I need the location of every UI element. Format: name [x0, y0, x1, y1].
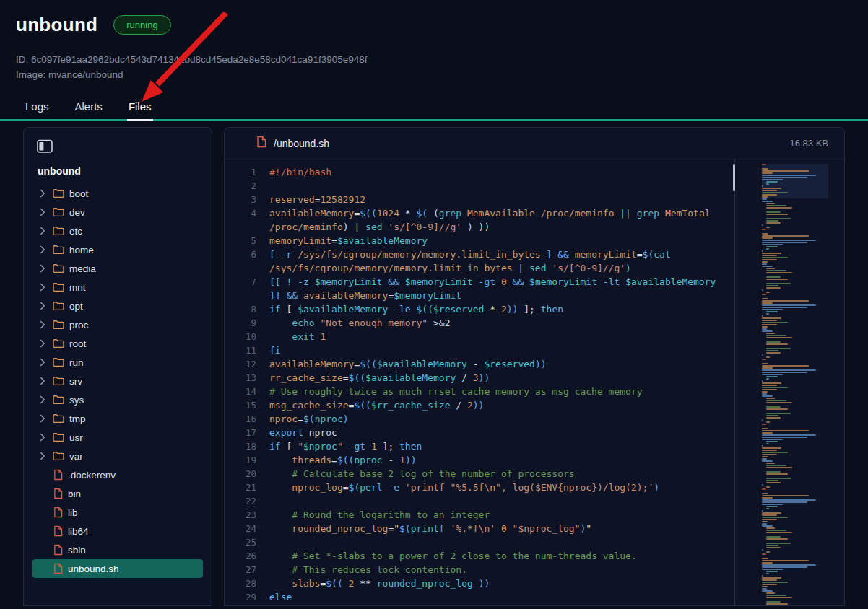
tree-folder-home[interactable]: home — [32, 240, 203, 259]
minimap[interactable] — [762, 164, 828, 605]
chevron-right-icon — [38, 320, 48, 329]
file-icon — [53, 563, 63, 574]
code-text: threads=$((nproc - 1)) — [269, 453, 724, 467]
tree-item-label: lib64 — [68, 526, 89, 537]
code-line: 19 threads=$((nproc - 1)) — [225, 453, 844, 467]
tree-folder-tmp[interactable]: tmp — [32, 409, 203, 428]
file-icon — [53, 469, 63, 481]
line-number: 22 — [225, 494, 269, 508]
tree-file-sbin[interactable]: sbin — [32, 540, 203, 559]
code-line: 26 # Set *-slabs to a power of 2 close t… — [225, 549, 844, 563]
code-line: 20 # Calculate base 2 log of the number … — [225, 467, 844, 481]
line-number: 16 — [225, 412, 269, 426]
code-editor[interactable]: 1#!/bin/bash2 3reserved=125829124availab… — [225, 159, 844, 605]
editor-scrollbar-track — [734, 159, 735, 605]
container-header: unbound running ID: 6c097fe91aa2962bdc45… — [0, 0, 868, 82]
folder-icon — [53, 226, 64, 236]
code-line: 10 exit 1 — [225, 330, 844, 343]
tree-folder-srv[interactable]: srv — [32, 372, 203, 390]
line-number: 29 — [225, 590, 269, 604]
chevron-right-icon — [38, 339, 48, 348]
code-text: fi — [269, 343, 724, 357]
line-number: 24 — [225, 522, 269, 535]
code-text: echo "Not enough memory" >&2 — [269, 316, 724, 330]
line-number: 6 — [225, 247, 269, 275]
folder-icon — [53, 413, 64, 424]
code-line: 6[ -r /sys/fs/cgroup/memory/memory.limit… — [225, 247, 844, 275]
code-line: 3reserved=12582912 — [225, 193, 844, 206]
code-text: [[ ! -z $memoryLimit && $memoryLimit -gt… — [269, 275, 724, 302]
code-text: reserved=12582912 — [269, 193, 724, 206]
tree-folder-usr[interactable]: usr — [32, 428, 203, 447]
line-number: 8 — [225, 302, 269, 316]
chevron-right-icon — [38, 377, 48, 385]
code-text — [269, 179, 724, 193]
folder-icon — [53, 432, 64, 442]
code-line: 12availableMemory=$(($availableMemory - … — [225, 357, 844, 371]
code-text: rounded_nproc_log="$(printf '%.*f\n' 0 "… — [269, 522, 724, 535]
tree-item-label: proc — [69, 320, 88, 330]
tree-folder-run[interactable]: run — [32, 353, 203, 372]
file-icon — [53, 507, 63, 518]
tree-item-label: mnt — [69, 282, 86, 293]
line-number: 12 — [225, 357, 269, 371]
page-title: unbound — [16, 14, 97, 36]
tree-folder-proc[interactable]: proc — [32, 315, 203, 334]
tree-item-label: sbin — [68, 545, 86, 556]
tree-item-label: root — [69, 338, 86, 349]
code-line: 1#!/bin/bash — [225, 165, 844, 179]
tree-folder-media[interactable]: media — [32, 259, 203, 278]
line-number: 5 — [225, 234, 269, 247]
line-number: 21 — [225, 481, 269, 494]
sidebar-collapse-icon[interactable] — [37, 139, 53, 157]
tree-file-bin[interactable]: bin — [32, 484, 203, 503]
line-number: 9 — [225, 316, 269, 330]
tree-folder-var[interactable]: var — [32, 447, 203, 465]
tree-file-unbound.sh[interactable]: unbound.sh — [32, 559, 203, 578]
tree-item-label: sys — [69, 395, 84, 406]
folder-icon — [53, 451, 64, 461]
folder-icon — [53, 357, 64, 367]
code-line: 23 # Round the logarithm to an integer — [225, 508, 844, 522]
tree-folder-dev[interactable]: dev — [32, 203, 203, 222]
code-line: 21 nproc_log=$(perl -e 'printf "%5.5f\n"… — [225, 481, 844, 494]
editor-scrollbar-thumb[interactable] — [733, 164, 735, 191]
tree-folder-mnt[interactable]: mnt — [32, 278, 203, 297]
folder-icon — [53, 188, 64, 198]
code-line: 5memoryLimit=$availableMemory — [225, 234, 844, 247]
code-text: # This reduces lock contention. — [269, 563, 724, 577]
code-text: nproc=$(nproc) — [269, 412, 724, 426]
code-text: export nproc — [269, 426, 724, 439]
code-text: nproc_log=$(perl -e 'printf "%5.5f\n", l… — [269, 481, 724, 494]
tree-folder-sys[interactable]: sys — [32, 390, 203, 409]
tree-item-label: bin — [68, 488, 81, 499]
tree-folder-etc[interactable]: etc — [32, 222, 203, 240]
tree-folder-opt[interactable]: opt — [32, 297, 203, 315]
code-text: availableMemory=$((1024 * $( (grep MemAv… — [269, 206, 724, 234]
chevron-right-icon — [38, 208, 48, 216]
tree-item-label: var — [69, 451, 83, 462]
tab-alerts[interactable]: Alerts — [74, 94, 104, 119]
file-icon — [53, 544, 63, 556]
status-badge: running — [113, 15, 170, 35]
tree-file-lib64[interactable]: lib64 — [32, 522, 203, 540]
file-icon — [53, 488, 63, 499]
chevron-right-icon — [38, 245, 48, 254]
folder-icon — [53, 338, 64, 349]
code-line: 24 rounded_nproc_log="$(printf '%.*f\n' … — [225, 522, 844, 535]
tree-item-label: boot — [69, 188, 88, 199]
code-text — [269, 535, 724, 549]
line-number: 4 — [225, 206, 269, 234]
tree-folder-boot[interactable]: boot — [32, 184, 203, 203]
chevron-right-icon — [38, 414, 48, 423]
folder-icon — [53, 245, 64, 255]
file-size: 16.83 KB — [790, 138, 829, 149]
tab-files[interactable]: Files — [127, 94, 153, 121]
tree-folder-root[interactable]: root — [32, 334, 203, 353]
tab-logs[interactable]: Logs — [24, 94, 51, 119]
code-text: if [ "$nproc" -gt 1 ]; then — [269, 439, 724, 453]
folder-icon — [53, 301, 64, 311]
tree-file-dockerenv[interactable]: .dockerenv — [32, 465, 203, 484]
tree-file-lib[interactable]: lib — [32, 503, 203, 522]
chevron-right-icon — [38, 227, 48, 235]
